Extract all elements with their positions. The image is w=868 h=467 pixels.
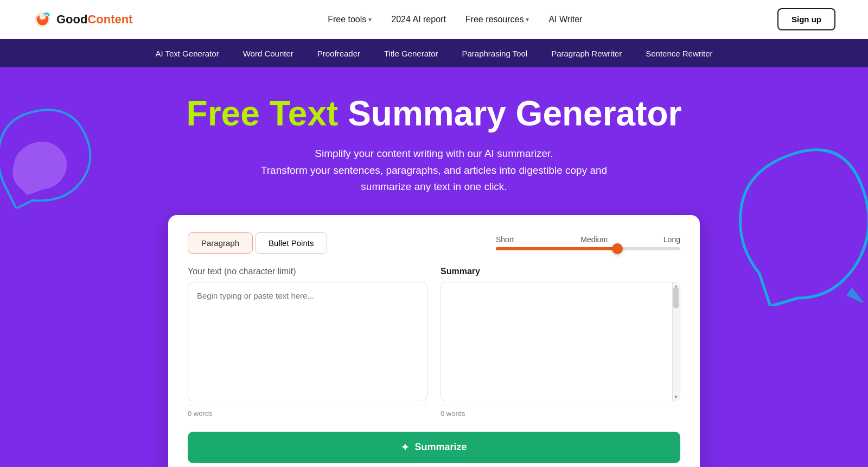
sign-up-button[interactable]: Sign up bbox=[777, 8, 835, 30]
input-textarea[interactable] bbox=[188, 282, 427, 401]
slider-track[interactable] bbox=[496, 247, 680, 250]
hero-title: Free Text Summary Generator bbox=[187, 94, 682, 132]
nav-free-tools[interactable]: Free tools ▾ bbox=[328, 15, 372, 24]
hero-title-rest: Summary Generator bbox=[338, 94, 681, 133]
subnav-paragraph-rewriter[interactable]: Paragraph Rewriter bbox=[539, 39, 634, 67]
summary-label: Summary bbox=[441, 267, 680, 276]
logo[interactable]: GoodContent bbox=[33, 10, 133, 29]
subnav-word-counter[interactable]: Word Counter bbox=[231, 39, 305, 67]
summary-textarea[interactable] bbox=[441, 282, 680, 401]
nav-free-resources[interactable]: Free resources ▾ bbox=[465, 15, 529, 24]
summary-word-count: 0 words bbox=[441, 406, 680, 421]
subnav-sentence-rewriter[interactable]: Sentence Rewriter bbox=[634, 39, 724, 67]
tab-paragraph[interactable]: Paragraph bbox=[188, 232, 253, 254]
wand-icon: ✦ bbox=[401, 441, 409, 453]
input-word-count: 0 words bbox=[188, 406, 427, 421]
scrollbar-thumb[interactable] bbox=[673, 287, 679, 308]
summary-column: Summary ▲ ▼ 0 words bbox=[441, 267, 680, 421]
sub-navigation: AI Text Generator Word Counter Proofread… bbox=[0, 39, 868, 67]
tab-group: Paragraph Bullet Points bbox=[188, 232, 327, 254]
input-column: Your text (no character limit) 0 words bbox=[188, 267, 427, 421]
nav-ai-report[interactable]: 2024 AI report bbox=[391, 15, 446, 24]
slider-label-short: Short bbox=[496, 235, 514, 244]
textareas-row: Your text (no character limit) 0 words S… bbox=[188, 267, 680, 421]
chevron-down-icon: ▾ bbox=[368, 16, 372, 23]
nav-center: Free tools ▾ 2024 AI report Free resourc… bbox=[328, 15, 582, 24]
scrollbar-track: ▲ ▼ bbox=[672, 282, 680, 401]
chevron-down-icon: ▾ bbox=[526, 16, 529, 23]
logo-content-text: Content bbox=[87, 12, 132, 26]
tool-card: Paragraph Bullet Points Short Medium Lon… bbox=[168, 215, 700, 467]
top-navigation: GoodContent Free tools ▾ 2024 AI report … bbox=[0, 0, 868, 39]
hero-title-highlight: Free Text bbox=[187, 94, 339, 133]
scrollbar-down-arrow[interactable]: ▼ bbox=[673, 393, 679, 401]
tab-bullet-points[interactable]: Bullet Points bbox=[255, 232, 327, 254]
bubble-right-decoration bbox=[727, 143, 868, 306]
subnav-ai-text-generator[interactable]: AI Text Generator bbox=[143, 39, 231, 67]
slider-label-long: Long bbox=[663, 235, 680, 244]
card-top-row: Paragraph Bullet Points Short Medium Lon… bbox=[188, 232, 680, 254]
summarize-button[interactable]: ✦ Summarize bbox=[188, 432, 680, 463]
slider-label-medium: Medium bbox=[580, 235, 608, 244]
slider-labels: Short Medium Long bbox=[496, 235, 680, 244]
tool-section: Paragraph Bullet Points Short Medium Lon… bbox=[33, 195, 835, 467]
bubble-left-decoration bbox=[0, 100, 108, 209]
subnav-paraphrasing-tool[interactable]: Paraphrasing Tool bbox=[450, 39, 540, 67]
subnav-title-generator[interactable]: Title Generator bbox=[372, 39, 450, 67]
hero-subtitle: Simplify your content writing with our A… bbox=[239, 146, 629, 195]
subnav-proofreader[interactable]: Proofreader bbox=[305, 39, 372, 67]
slider-section: Short Medium Long bbox=[496, 235, 680, 250]
logo-icon bbox=[33, 10, 52, 29]
summary-box-wrapper: ▲ ▼ bbox=[441, 282, 680, 401]
logo-good-text: Good bbox=[56, 12, 87, 26]
input-label: Your text (no character limit) bbox=[188, 267, 427, 276]
hero-section: Free Text Summary Generator Simplify you… bbox=[0, 67, 868, 467]
nav-ai-writer[interactable]: AI Writer bbox=[548, 15, 582, 24]
